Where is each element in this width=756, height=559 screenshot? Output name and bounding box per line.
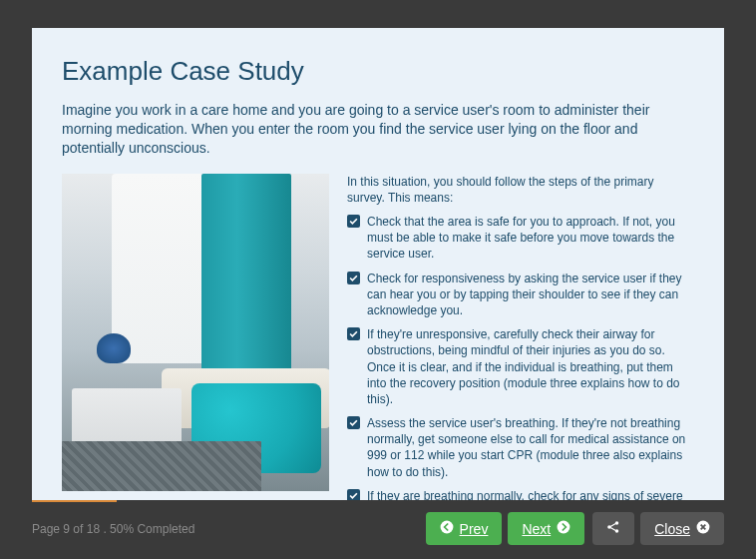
checklist: Check that the area is safe for you to a…: [347, 214, 694, 500]
footer-bar: Page 9 of 18 . 50% Completed Prev Next C…: [0, 502, 756, 559]
share-icon: [606, 520, 620, 537]
checklist-item: Assess the service user's breathing. If …: [347, 415, 694, 480]
checklist-item: If they're unresponsive, carefully check…: [347, 326, 694, 407]
main-area: In this situation, you should follow the…: [62, 174, 694, 500]
checklist-text: If they're unresponsive, carefully check…: [367, 327, 680, 406]
checklist-text: Check for responsiveness by asking the s…: [367, 272, 681, 317]
checklist-item: Check that the area is safe for you to a…: [347, 214, 694, 263]
next-button[interactable]: Next: [508, 512, 584, 545]
svg-point-1: [558, 521, 570, 534]
close-button[interactable]: Close: [640, 512, 724, 545]
scenario-text: Imagine you work in a care home and you …: [62, 101, 694, 158]
check-icon: [347, 272, 360, 284]
nav-buttons: Prev Next: [426, 512, 585, 545]
close-icon: [696, 520, 710, 537]
prev-label: Prev: [460, 521, 489, 537]
case-study-image: [62, 174, 329, 491]
share-button[interactable]: [592, 512, 634, 545]
check-icon: [347, 215, 360, 228]
close-label: Close: [654, 521, 690, 537]
svg-point-0: [440, 521, 453, 534]
checklist-item: If they are breathing normally, check fo…: [347, 488, 694, 500]
checklist-text: Check that the area is safe for you to a…: [367, 215, 675, 261]
checklist-item: Check for responsiveness by asking the s…: [347, 271, 694, 319]
check-icon: [347, 327, 360, 340]
prev-button[interactable]: Prev: [426, 512, 503, 545]
checklist-text: If they are breathing normally, check fo…: [367, 489, 686, 500]
next-label: Next: [522, 521, 551, 537]
arrow-right-icon: [557, 520, 570, 537]
arrow-left-icon: [440, 520, 454, 537]
page-indicator: Page 9 of 18 . 50% Completed: [32, 522, 418, 536]
instructions-column: In this situation, you should follow the…: [347, 174, 694, 500]
check-icon: [347, 416, 360, 429]
right-controls: Close: [592, 512, 724, 545]
content-card: Example Case Study Imagine you work in a…: [32, 28, 724, 500]
checklist-text: Assess the service user's breathing. If …: [367, 416, 685, 479]
check-icon: [347, 489, 360, 500]
page-title: Example Case Study: [62, 56, 694, 87]
intro-text: In this situation, you should follow the…: [347, 174, 694, 206]
